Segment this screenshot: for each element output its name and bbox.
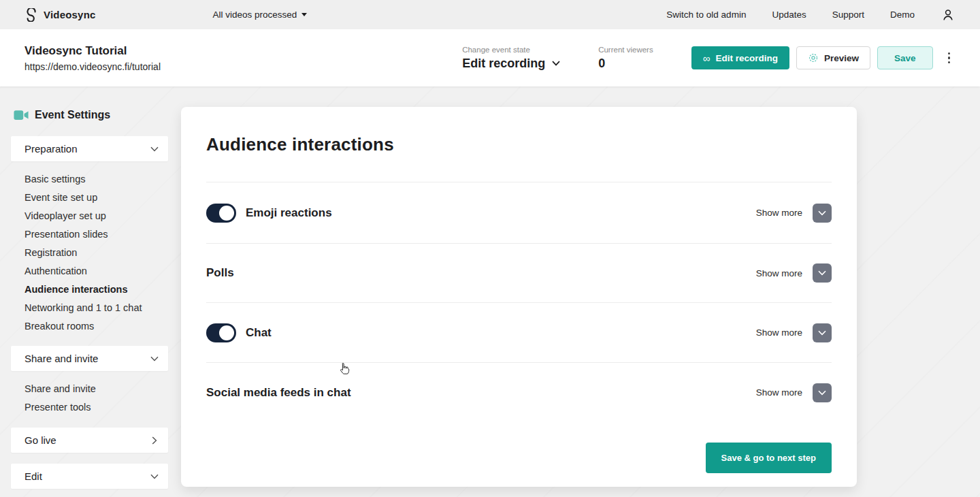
sidebar-item-authentication[interactable]: Authentication — [24, 262, 168, 280]
accordion-go-live-label: Go live — [24, 434, 56, 446]
accordion-edit[interactable]: Edit — [11, 464, 168, 489]
chevron-down-icon — [818, 330, 826, 336]
brand-name: Videosync — [44, 9, 96, 20]
save-button-label: Save — [894, 53, 916, 63]
more-options-menu-icon[interactable] — [943, 48, 956, 68]
edit-recording-button-label: Edit recording — [715, 53, 778, 63]
event-url: https://demo.videosync.fi/tutorial — [24, 61, 161, 72]
chevron-down-icon — [818, 270, 826, 276]
current-viewers-block: Current viewers 0 — [598, 46, 653, 71]
sidebar-title-label: Event Settings — [35, 109, 110, 121]
top-bar: Videosync All videos processed Switch to… — [0, 0, 980, 29]
link-updates[interactable]: Updates — [772, 10, 806, 20]
content-area: Event Settings Preparation Basic setting… — [0, 86, 980, 497]
preparation-items: Basic settings Event site set up Videopl… — [24, 170, 168, 336]
sidebar-item-breakout-rooms[interactable]: Breakout rooms — [24, 317, 168, 336]
event-state-dropdown[interactable]: Edit recording — [462, 57, 560, 71]
settings-sidebar: Event Settings Preparation Basic setting… — [11, 86, 168, 489]
accordion-preparation[interactable]: Preparation — [11, 136, 168, 161]
event-state-label: Change event state — [462, 46, 560, 54]
feature-row-polls: Polls Show more — [206, 244, 832, 303]
feature-row-emoji-reactions: Emoji reactions Show more — [206, 182, 832, 244]
event-identity: Videosync Tutorial https://demo.videosyn… — [24, 44, 161, 72]
share-items: Share and invite Presenter tools — [24, 380, 168, 417]
chevron-down-icon — [150, 146, 159, 152]
accordion-preparation-label: Preparation — [24, 143, 78, 155]
feature-label: Emoji reactions — [246, 206, 332, 220]
sidebar-item-audience-interactions[interactable]: Audience interactions — [24, 280, 168, 299]
event-state-value: Edit recording — [462, 57, 545, 71]
eye-icon — [808, 52, 819, 63]
event-header: Videosync Tutorial https://demo.videosyn… — [0, 29, 980, 86]
header-actions: ∞ Edit recording Preview Save — [691, 46, 956, 69]
audience-interactions-card: Audience interactions Emoji reactions Sh… — [181, 107, 857, 487]
sidebar-item-basic-settings[interactable]: Basic settings — [24, 170, 168, 189]
topbar-links: Switch to old admin Updates Support Demo — [666, 7, 956, 22]
expand-chat-button[interactable] — [813, 323, 832, 342]
processing-status-dropdown[interactable]: All videos processed — [213, 10, 308, 20]
save-next-step-button[interactable]: Save & go to next step — [706, 443, 832, 473]
chevron-down-icon — [150, 474, 159, 479]
show-more-link[interactable]: Show more — [756, 208, 802, 218]
sidebar-item-share-and-invite[interactable]: Share and invite — [24, 380, 168, 398]
feature-label: Social media feeds in chat — [206, 386, 351, 400]
feature-label: Chat — [246, 326, 272, 340]
chevron-down-icon — [818, 390, 826, 396]
recording-reel-icon: ∞ — [703, 53, 710, 63]
preview-button-label: Preview — [824, 53, 859, 63]
event-title: Videosync Tutorial — [24, 44, 161, 58]
videosync-logo-icon — [24, 8, 38, 22]
chevron-down-icon — [552, 61, 560, 66]
accordion-share-label: Share and invite — [24, 353, 98, 364]
feature-label: Polls — [206, 266, 234, 280]
accordion-go-live[interactable]: Go live — [11, 428, 168, 453]
sidebar-item-registration[interactable]: Registration — [24, 244, 168, 262]
page-title: Audience interactions — [206, 134, 394, 155]
caret-down-icon — [301, 13, 307, 16]
preview-button[interactable]: Preview — [796, 46, 870, 69]
sidebar-title: Event Settings — [14, 109, 168, 121]
expand-polls-button[interactable] — [813, 263, 832, 283]
show-more-link[interactable]: Show more — [756, 268, 802, 278]
video-camera-icon — [14, 110, 29, 121]
sidebar-item-networking-1to1-chat[interactable]: Networking and 1 to 1 chat — [24, 299, 168, 317]
accordion-edit-label: Edit — [24, 470, 42, 482]
user-account-icon[interactable] — [941, 7, 956, 22]
processing-status-label: All videos processed — [213, 10, 297, 20]
save-next-step-label: Save & go to next step — [721, 453, 816, 463]
link-support[interactable]: Support — [832, 10, 864, 20]
chat-toggle[interactable] — [206, 323, 236, 342]
chevron-down-icon — [818, 210, 826, 216]
current-viewers-count: 0 — [598, 57, 653, 71]
expand-social-media-button[interactable] — [813, 383, 832, 402]
link-demo[interactable]: Demo — [890, 10, 915, 20]
show-more-link[interactable]: Show more — [756, 387, 802, 398]
emoji-reactions-toggle[interactable] — [206, 204, 236, 223]
brand[interactable]: Videosync — [24, 8, 96, 22]
edit-recording-button[interactable]: ∞ Edit recording — [691, 46, 789, 69]
feature-row-social-media-feeds: Social media feeds in chat Show more — [206, 363, 832, 422]
feature-row-chat: Chat Show more — [206, 303, 832, 363]
accordion-share-and-invite[interactable]: Share and invite — [11, 346, 168, 371]
sidebar-item-presenter-tools[interactable]: Presenter tools — [24, 398, 168, 417]
sidebar-item-presentation-slides[interactable]: Presentation slides — [24, 225, 168, 244]
chevron-down-icon — [150, 356, 159, 362]
chevron-right-icon — [152, 436, 157, 445]
show-more-link[interactable]: Show more — [756, 327, 802, 338]
save-button[interactable]: Save — [877, 46, 933, 69]
event-state-block: Change event state Edit recording — [462, 46, 560, 71]
current-viewers-label: Current viewers — [598, 46, 653, 54]
sidebar-item-event-site-set-up[interactable]: Event site set up — [24, 189, 168, 207]
link-switch-old-admin[interactable]: Switch to old admin — [666, 10, 746, 20]
sidebar-item-videoplayer-set-up[interactable]: Videoplayer set up — [24, 207, 168, 225]
expand-emoji-reactions-button[interactable] — [813, 204, 832, 223]
